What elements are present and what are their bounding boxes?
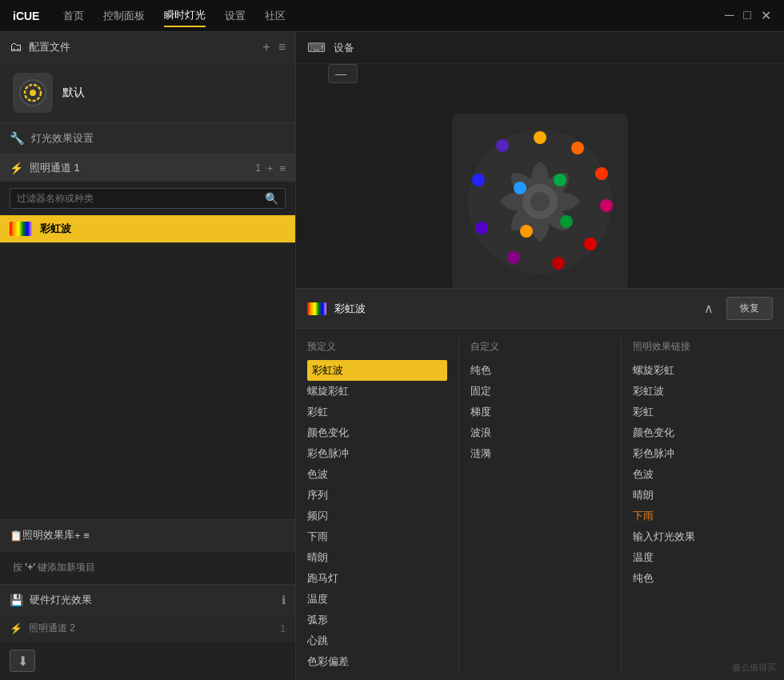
preset-item-9[interactable]: 晴朗 [307,547,447,568]
led-7 [475,222,488,234]
library-actions: + ≡ [74,530,90,542]
led-10 [514,182,526,194]
preset-item-12[interactable]: 弧形 [307,610,447,630]
search-box: 🔍 [10,188,286,209]
profiles-actions: + ≡ [262,40,286,54]
device-thumb-item[interactable]: — [328,64,358,83]
search-input[interactable] [17,193,265,204]
watermark: 值么值得买 [732,662,776,674]
active-effect-item[interactable]: 彩虹波 [0,215,295,242]
linked-item-0[interactable]: 螺旋彩虹 [633,360,773,381]
library-menu-button[interactable]: ≡ [83,530,90,542]
hw-lightning-icon: ⚡ [10,622,22,634]
device-icon: ⌨ [307,40,326,55]
channel-label: 照明通道 1 [30,161,255,175]
linked-item-7[interactable]: 下雨 [633,506,773,526]
custom-item-3[interactable]: 波浪 [470,422,610,443]
preset-item-6[interactable]: 序列 [307,485,447,506]
led-6 [507,251,520,264]
custom-item-0[interactable]: 纯色 [470,360,610,381]
profiles-header: 🗂 配置文件 + ≡ [0,32,295,63]
nav-community[interactable]: 社区 [265,6,286,26]
search-icon: 🔍 [265,192,278,205]
nav-settings[interactable]: 设置 [225,6,246,26]
rainbow-strip [10,222,32,236]
info-icon[interactable]: ℹ [282,594,286,606]
profile-name: 默认 [62,86,85,100]
dropdown-header: 彩虹波 ∧ 恢复 [296,289,784,329]
library-header: 📋 照明效果库 + ≡ [0,520,295,551]
custom-column: 自定义 纯色 固定 梯度 波浪 涟漪 [459,337,622,672]
nav-control[interactable]: 控制面板 [103,6,145,26]
custom-item-2[interactable]: 梯度 [470,402,610,422]
linked-item-3[interactable]: 颜色变化 [633,422,773,443]
linked-item-6[interactable]: 晴朗 [633,485,773,506]
library-add-button[interactable]: + [74,530,81,542]
right-panel: ⌨ 设备 — [296,32,784,680]
preset-item-1[interactable]: 螺旋彩虹 [307,381,447,402]
fan-svg [464,126,616,278]
linked-item-10[interactable]: 纯色 [633,568,773,589]
hardware-header: 💾 硬件灯光效果 ℹ [0,585,295,615]
library-icon: 📋 [10,530,22,542]
profiles-section: 🗂 配置文件 + ≡ 默认 [0,32,295,123]
dropdown-rainbow-strip [307,302,326,315]
nav-home[interactable]: 首页 [63,6,84,26]
device-label: 设备 [334,41,354,55]
device-thumb-icon: — [335,67,346,80]
led-3 [600,199,613,212]
preset-item-4[interactable]: 彩色脉冲 [307,443,447,464]
linked-item-1[interactable]: 彩虹波 [633,381,773,402]
hw-channel-num: 1 [280,623,286,634]
dropdown-columns: 预定义 彩虹波 螺旋彩虹 彩虹 颜色变化 彩色脉冲 色波 序列 频闪 下雨 晴朗… [296,329,784,680]
linked-item-4[interactable]: 彩色脉冲 [633,443,773,464]
preset-item-3[interactable]: 颜色变化 [307,422,447,443]
channel-add-button[interactable]: + [267,162,274,174]
preset-column: 预定义 彩虹波 螺旋彩虹 彩虹 颜色变化 彩色脉冲 色波 序列 频闪 下雨 晴朗… [296,337,459,672]
dropdown-chevron-icon[interactable]: ∧ [704,301,714,316]
preset-item-7[interactable]: 频闪 [307,506,447,526]
preset-item-14[interactable]: 色彩偏差 [307,651,447,672]
profile-default[interactable]: 默认 [0,63,295,122]
nav-lighting[interactable]: 瞬时灯光 [164,5,206,27]
custom-item-1[interactable]: 固定 [470,381,610,402]
preset-header: 预定义 [307,337,447,360]
profiles-icon: 🗂 [10,40,22,54]
active-effect-label: 彩虹波 [40,222,71,236]
preset-item-2[interactable]: 彩虹 [307,402,447,422]
minimize-button[interactable]: ─ [725,8,734,23]
channel-count: 1 [255,162,261,174]
linked-item-9[interactable]: 温度 [633,547,773,568]
profiles-menu-button[interactable]: ≡ [278,40,286,54]
preset-item-13[interactable]: 心跳 [307,630,447,651]
library-hint: 按 '+' 键添加新项目 [0,551,295,584]
led-5 [552,257,565,270]
linked-item-5[interactable]: 色波 [633,464,773,485]
left-panel: 🗂 配置文件 + ≡ 默认 🔧 [0,32,296,680]
hardware-section: 💾 硬件灯光效果 ℹ ⚡ 照明通道 2 1 ⬇ [0,584,295,680]
svg-point-5 [530,192,550,211]
preset-item-11[interactable]: 温度 [307,589,447,610]
preset-item-10[interactable]: 跑马灯 [307,568,447,589]
led-11 [554,174,566,186]
restore-button[interactable]: 恢复 [726,297,773,320]
preset-item-8[interactable]: 下雨 [307,526,447,547]
led-1 [571,142,584,154]
hardware-label: 硬件灯光效果 [30,593,282,607]
led-13 [520,225,533,238]
app-name: iCUE [13,10,39,22]
download-button[interactable]: ⬇ [10,650,35,672]
channel-menu-button[interactable]: ≡ [279,162,286,174]
profiles-add-button[interactable]: + [262,40,270,54]
linked-item-2[interactable]: 彩虹 [633,402,773,422]
custom-item-4[interactable]: 涟漪 [470,443,610,464]
lightning-icon: ⚡ [10,162,23,174]
preset-item-0[interactable]: 彩虹波 [307,360,447,381]
channel-header: ⚡ 照明通道 1 1 + ≡ [0,154,295,182]
linked-item-8[interactable]: 输入灯光效果 [633,526,773,547]
preset-item-5[interactable]: 色波 [307,464,447,485]
close-button[interactable]: ✕ [761,8,771,23]
channel-section: ⚡ 照明通道 1 1 + ≡ 🔍 彩虹波 [0,154,295,243]
maximize-button[interactable]: □ [743,8,751,23]
led-9 [496,139,509,152]
